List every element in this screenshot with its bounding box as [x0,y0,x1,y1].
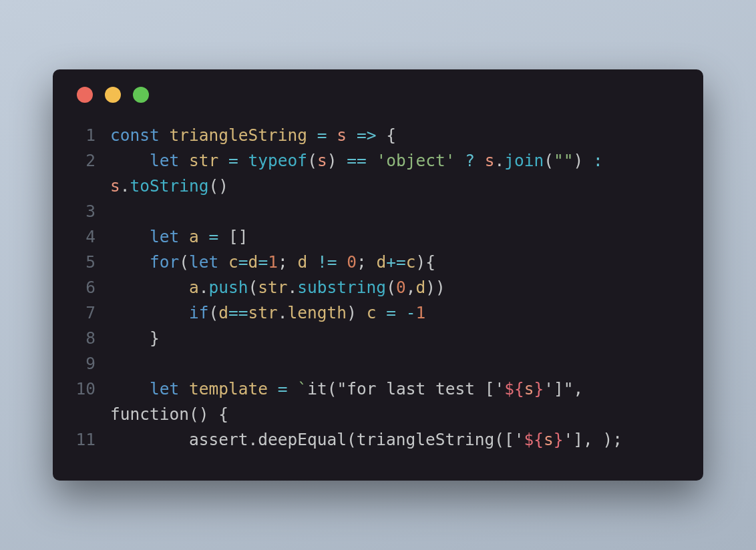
token-pn: . [199,278,209,297]
code-line: 9 [74,351,682,376]
token-pn: ) [574,151,594,170]
token-fn: a [189,278,199,297]
token-fn: str [189,151,218,170]
token-op: ? [465,151,475,170]
code-source[interactable]: a.push(str.substring(0,d)) [110,275,682,300]
line-number: 5 [74,250,110,275]
token-pn [218,252,228,272]
token-pn: ; [278,252,298,272]
token-pn: ) [327,151,347,170]
window-titlebar [77,87,682,103]
token-fn: d [248,252,258,272]
token-pn [110,303,189,322]
token-fnc: toString [130,176,209,196]
token-pn [455,151,465,170]
token-pn: . [120,176,130,196]
token-kw: const [110,125,160,145]
token-fnc: join [504,151,544,170]
token-pn [307,125,317,145]
code-line: 11 assert.deepEqual(triangleString(['${s… [74,427,682,453]
token-par: s [524,379,534,398]
token-op: == [347,151,367,170]
token-pn [307,252,317,272]
token-par: s [337,125,347,145]
token-op: => [357,125,377,145]
token-kw: let [150,227,179,246]
token-pn [199,227,209,246]
code-source[interactable]: const triangleString = s => { [110,123,682,148]
token-op: == [228,303,248,322]
token-num: 1 [268,252,278,272]
line-number: 10 [74,376,110,402]
token-red: } [534,379,544,398]
line-number: 9 [74,351,110,376]
line-number: 1 [74,123,110,148]
code-window: 1const triangleString = s => {2 let str … [53,69,703,481]
token-pn [347,125,357,145]
code-source[interactable]: if(d==str.length) c = -1 [110,300,682,326]
token-op: = [228,151,238,170]
token-pn: , [406,278,416,297]
line-number: 4 [74,224,110,250]
token-pn [367,151,377,170]
token-fn: template [189,379,268,398]
code-source[interactable]: } [110,326,682,351]
token-str: 'object' [376,151,455,170]
token-fnc: push [209,278,248,297]
token-pn: ( [307,151,317,170]
code-line: 7 if(d==str.length) c = -1 [74,300,682,326]
token-op: = [278,379,288,398]
code-line: 3 [74,199,682,224]
code-editor[interactable]: 1const triangleString = s => {2 let str … [74,123,682,453]
line-number: 8 [74,326,110,351]
code-source[interactable]: let str = typeof(s) == 'object' ? s.join… [110,148,682,199]
token-fn: c [367,303,377,322]
token-fn: a [189,227,199,246]
token-pn: ) [347,303,367,322]
token-pn: ){ [416,252,436,272]
line-number: 7 [74,300,110,326]
token-pn: . [288,278,298,297]
window-zoom-button[interactable] [133,87,149,103]
code-line: 2 let str = typeof(s) == 'object' ? s.jo… [74,148,682,199]
code-source[interactable]: let template = `it("for last test ['${s}… [110,376,682,427]
page-background: 1const triangleString = s => {2 let str … [0,0,756,550]
code-line: 10 let template = `it("for last test ['$… [74,376,682,427]
code-line: 4 let a = [] [74,224,682,250]
token-op: = [238,252,248,272]
token-kw: let [150,379,179,398]
token-pn: () [209,176,229,196]
token-par: s [544,430,554,449]
token-fn: triangleString [170,125,308,145]
code-source[interactable]: assert.deepEqual(triangleString(['${s}']… [110,427,682,453]
token-fn: d [218,303,228,322]
token-pn [603,151,613,170]
token-op: != [317,252,337,272]
token-kw: if [189,303,209,322]
token-pn: ( [544,151,554,170]
token-pn [179,151,189,170]
line-number: 2 [74,148,110,174]
token-red: } [554,430,564,449]
token-fn: c [406,252,416,272]
token-ti: '], ); [564,430,623,449]
token-op: - [406,303,416,322]
code-source[interactable]: let a = [] [110,224,682,250]
token-kw: let [150,151,179,170]
token-pn: ; [357,252,377,272]
code-source[interactable]: for(let c=d=1; d != 0; d+=c){ [110,250,682,275]
window-close-button[interactable] [77,87,93,103]
token-fn: d [377,252,387,272]
token-pn: )) [425,278,445,297]
token-fn: c [228,252,238,272]
line-number: 6 [74,275,110,300]
token-fn: str [258,278,287,297]
window-minimize-button[interactable] [105,87,121,103]
token-pn [110,227,150,246]
token-typ: typeof [248,151,308,170]
token-pn [218,151,228,170]
code-line: 5 for(let c=d=1; d != 0; d+=c){ [74,250,682,275]
token-pn [110,379,150,398]
token-fn: d [297,252,307,272]
token-pn: [] [218,227,248,246]
